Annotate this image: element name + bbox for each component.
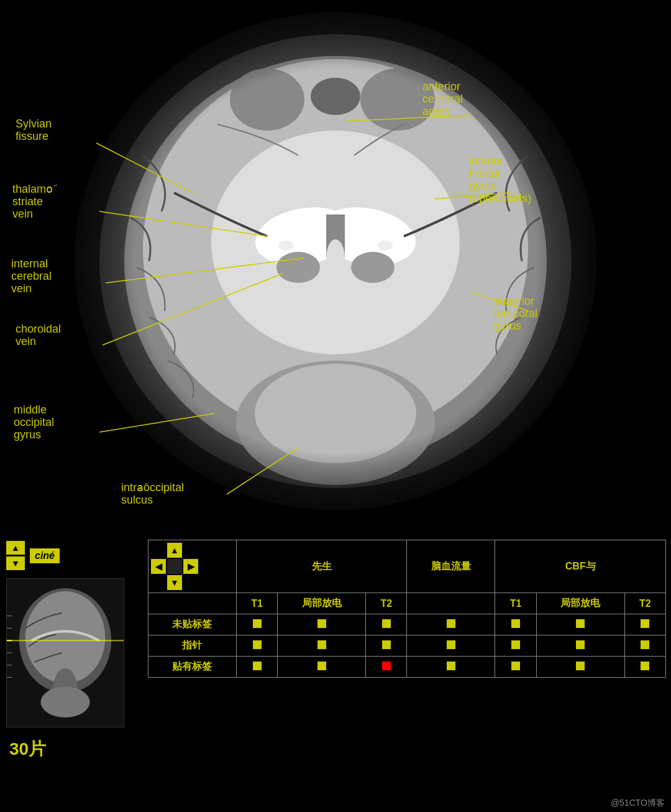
data-table: ▲ ◀ ▶ ▼ 先生 脑血流量 CBF与 — [148, 540, 666, 678]
svg-text:gyrus: gyrus — [494, 320, 521, 332]
cine-controls: ▲ ▼ ciné — [6, 541, 60, 570]
cell — [624, 657, 665, 678]
local-discharge-header-2: 局部放电 — [536, 593, 624, 614]
cell — [495, 614, 536, 635]
svg-text:(opercularis): (opercularis) — [469, 192, 531, 205]
cell — [366, 657, 407, 678]
dot-yellow — [641, 662, 649, 670]
svg-text:middle: middle — [14, 404, 47, 416]
cell — [495, 635, 536, 657]
cell — [278, 657, 366, 678]
svg-text:frontal: frontal — [469, 167, 500, 180]
table-row: 贴有标签 — [148, 657, 666, 678]
t2-header-2: T2 — [624, 593, 665, 614]
svg-text:inferior: inferior — [469, 155, 503, 167]
svg-text:Sylvian: Sylvian — [16, 118, 52, 130]
dot-yellow — [447, 662, 455, 670]
cell — [624, 635, 665, 657]
table-body: 未贴标签 指针 — [148, 614, 666, 678]
cell — [236, 614, 277, 635]
dot-yellow — [382, 619, 391, 628]
sagittal-brain-view — [6, 578, 124, 727]
cell — [236, 657, 277, 678]
cell — [536, 657, 624, 678]
svg-text:occipital: occipital — [14, 416, 54, 428]
cell — [407, 657, 495, 678]
slice-count: 30片 — [6, 737, 46, 761]
nav-left-button[interactable]: ◀ — [151, 559, 166, 574]
row-label-pointer: 指针 — [148, 635, 237, 657]
table-row: 指针 — [148, 635, 666, 657]
dot-yellow — [317, 640, 326, 649]
dot-yellow — [447, 619, 455, 628]
svg-text:intraَoccipital: intraَoccipital — [121, 481, 184, 494]
cell — [366, 614, 407, 635]
svg-text:sulcus: sulcus — [121, 494, 153, 506]
dot-red — [382, 662, 391, 670]
dot-yellow — [253, 662, 262, 670]
svg-text:artery: artery — [422, 105, 451, 118]
navigation-arrows: ▲ ◀ ▶ ▼ — [151, 543, 234, 590]
cell — [278, 635, 366, 657]
dot-yellow — [317, 619, 326, 628]
cell — [278, 614, 366, 635]
svg-text:cerebral: cerebral — [11, 270, 52, 282]
dot-yellow — [576, 640, 585, 649]
dot-yellow — [447, 640, 455, 649]
svg-text:cerebral: cerebral — [422, 93, 463, 105]
up-arrow-button[interactable]: ▲ — [6, 541, 25, 555]
mri-image-container: Sylvian fissure thalamoَ striate vein in… — [0, 0, 671, 535]
svg-text:vein: vein — [11, 282, 32, 295]
cell — [407, 635, 495, 657]
row-label-labeled: 贴有标签 — [148, 657, 237, 678]
watermark: @51CTO博客 — [611, 798, 665, 809]
svg-point-19 — [75, 12, 596, 510]
left-panel: ▲ ▼ ciné — [0, 535, 143, 812]
svg-text:internal: internal — [11, 257, 48, 270]
cell — [536, 635, 624, 657]
dot-yellow — [576, 662, 585, 670]
down-arrow-button[interactable]: ▼ — [6, 556, 25, 570]
dot-yellow — [382, 640, 391, 649]
svg-point-58 — [40, 686, 89, 717]
group2-header: CBF与 — [495, 540, 666, 593]
svg-text:anterior: anterior — [422, 80, 460, 93]
table-row: 未贴标签 — [148, 614, 666, 635]
dot-yellow — [253, 619, 262, 628]
group1-header: 先生 — [236, 540, 407, 593]
cell — [236, 635, 277, 657]
t2-header-1: T2 — [366, 593, 407, 614]
svg-text:gyrus: gyrus — [14, 428, 41, 441]
svg-text:vein: vein — [12, 208, 33, 220]
t1-header-1: T1 — [236, 593, 277, 614]
svg-text:striate: striate — [12, 195, 43, 208]
svg-text:superior: superior — [494, 295, 534, 307]
nav-up-button[interactable]: ▲ — [167, 543, 182, 558]
dot-yellow — [576, 619, 585, 628]
dot-yellow — [511, 619, 520, 628]
nav-right-button[interactable]: ▶ — [183, 559, 198, 574]
cell — [407, 614, 495, 635]
dot-yellow — [511, 640, 520, 649]
playback-arrow-group: ▲ ▼ — [6, 541, 25, 570]
dot-yellow — [511, 662, 520, 670]
dot-yellow — [317, 662, 326, 670]
t1-header-2: T1 — [495, 593, 536, 614]
cell — [624, 614, 665, 635]
cell — [366, 635, 407, 657]
svg-text:thalamoَ: thalamoَ — [12, 183, 58, 195]
cine-label: ciné — [30, 548, 60, 563]
dot-yellow — [641, 619, 649, 628]
cell — [536, 614, 624, 635]
cell — [495, 657, 536, 678]
nav-down-button[interactable]: ▼ — [167, 575, 182, 590]
svg-text:vein: vein — [16, 335, 36, 348]
row-label-unlabeled: 未贴标签 — [148, 614, 237, 635]
svg-text:gyrus: gyrus — [469, 180, 496, 192]
blood-flow-header: 脑血流量 — [407, 540, 495, 593]
bottom-panel: ▲ ▼ ciné — [0, 535, 671, 812]
dot-yellow — [641, 640, 649, 649]
right-panel: ▲ ◀ ▶ ▼ 先生 脑血流量 CBF与 — [143, 535, 671, 812]
svg-text:temporal: temporal — [494, 307, 537, 320]
svg-text:fissure: fissure — [16, 130, 48, 142]
